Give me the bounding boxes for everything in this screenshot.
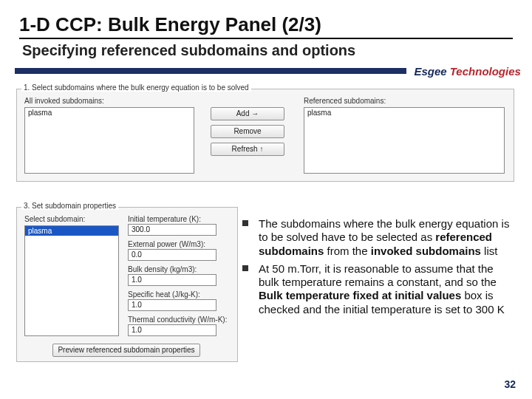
list-item[interactable]: plasma xyxy=(304,108,504,117)
bullet-icon xyxy=(242,220,248,226)
ext-power-field[interactable]: 0.0 xyxy=(128,249,216,261)
page-number: 32 xyxy=(504,378,516,390)
remove-button[interactable]: Remove xyxy=(211,125,284,138)
list-item[interactable]: plasma xyxy=(25,108,194,117)
brand-logo: Esgee Technologies xyxy=(406,65,528,78)
add-button[interactable]: Add → xyxy=(211,107,284,120)
ext-power-label: External power (W/m3): xyxy=(128,240,205,248)
referenced-list[interactable]: plasma xyxy=(304,107,505,174)
bullet-2: At 50 m.Torr, it is reasonable to assume… xyxy=(242,262,514,316)
init-temp-label: Initial temperature (K): xyxy=(128,215,201,223)
bulk-density-label: Bulk density (kg/m3): xyxy=(128,265,197,273)
step3-panel: 3. Set subdomain properties Select subdo… xyxy=(16,201,245,368)
invoked-label: All invoked subdomains: xyxy=(24,97,104,105)
spec-heat-field[interactable]: 1.0 xyxy=(128,299,216,311)
spec-heat-label: Specific heat (J/kg-K): xyxy=(128,290,200,299)
brand-bar: Esgee Technologies xyxy=(15,64,517,78)
therm-cond-label: Thermal conductivity (W/m-K): xyxy=(128,316,227,324)
bullets: The subdomains where the bulk energy equ… xyxy=(242,217,514,321)
bullet-1: The subdomains where the bulk energy equ… xyxy=(242,217,514,258)
step1-title: 1. Select subdomains where the bulk ener… xyxy=(21,83,251,92)
select-subdomain-label: Select subdomain: xyxy=(24,215,85,223)
page-title: 1-D CCP: Bulk Energy Panel (2/3) xyxy=(19,13,513,39)
bullet-icon xyxy=(242,265,248,271)
init-temp-field[interactable]: 300.0 xyxy=(128,224,216,236)
select-subdomain-list[interactable]: plasma xyxy=(24,225,119,336)
step1-panel: 1. Select subdomains where the bulk ener… xyxy=(16,83,519,197)
preview-button[interactable]: Preview referenced subdomain properties xyxy=(52,344,200,357)
therm-cond-field[interactable]: 1.0 xyxy=(128,324,216,336)
referenced-label: Referenced subdomains: xyxy=(304,97,386,105)
page-subtitle: Specifying referenced subdomains and opt… xyxy=(22,42,513,59)
invoked-list[interactable]: plasma xyxy=(24,107,194,174)
bulk-density-field[interactable]: 1.0 xyxy=(128,274,216,286)
refresh-button[interactable]: Refresh ↑ xyxy=(211,143,284,156)
list-item[interactable]: plasma xyxy=(25,226,118,236)
step3-title: 3. Set subdomain properties xyxy=(21,202,118,210)
